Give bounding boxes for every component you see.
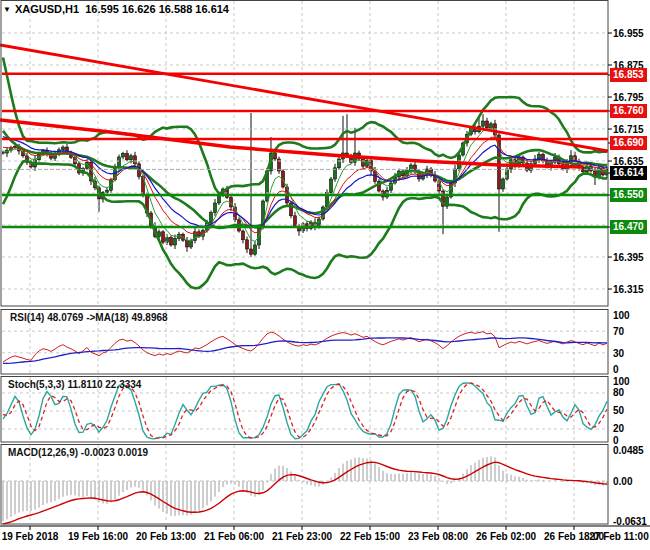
time-axis-label: 19 Feb 2018 xyxy=(2,531,59,542)
price-level-badge: 16.853 xyxy=(610,68,647,82)
stoch-axis-label: 80 xyxy=(613,387,624,398)
price-axis-label: 16.955 xyxy=(613,28,644,39)
rsi-axis-label: 30 xyxy=(613,348,624,359)
price-level-badge: 16.760 xyxy=(610,104,647,118)
rsi-axis-label: 100 xyxy=(613,310,630,321)
macd-signal-line xyxy=(3,462,607,524)
time-axis-label: 21 Feb 23:00 xyxy=(272,531,332,542)
stoch-axis-label: 50 xyxy=(613,405,624,416)
time-axis-label: 23 Feb 08:00 xyxy=(408,531,468,542)
mt4-chart-window: { "window": { "marker": "\u25BC", "symbo… xyxy=(0,0,650,550)
price-level-badge: 16.690 xyxy=(610,136,647,150)
price-level-badge: 16.550 xyxy=(610,188,647,202)
time-axis-label: 19 Feb 16:00 xyxy=(68,531,128,542)
time-axis-label: 27 Feb 11:00 xyxy=(589,531,648,542)
time-axis-label: 22 Feb 15:00 xyxy=(340,531,400,542)
macd-axis-label: 0.0485 xyxy=(613,445,644,456)
rsi-line xyxy=(3,332,607,362)
price-level-badge: 16.614 xyxy=(610,166,647,180)
price-axis-label: 16.395 xyxy=(613,252,644,263)
rsi-axis-label: 70 xyxy=(613,326,624,337)
chart-title: ▼XAGUSD,H1 16.595 16.626 16.588 16.614 xyxy=(3,3,229,15)
price-level-badge: 16.470 xyxy=(610,220,647,234)
macd-axis-label: -0.0631 xyxy=(613,516,647,527)
ohlc-readout: 16.595 16.626 16.588 16.614 xyxy=(85,3,229,15)
chart-plot-area[interactable] xyxy=(0,0,650,550)
rsi-indicator-label: RSI(14) 48.0769 ->MA(18) 49.8968 xyxy=(10,312,168,323)
macd-panel xyxy=(3,456,607,521)
bb-lower xyxy=(3,160,607,288)
stoch-axis-label: 100 xyxy=(613,376,630,387)
price-axis-label: 16.315 xyxy=(613,284,644,295)
macd-axis-label: 0.00 xyxy=(613,476,632,487)
price-axis-label: 16.795 xyxy=(613,92,644,103)
stoch-indicator-label: Stoch(5,3,3) 11.8110 22.3334 xyxy=(8,379,141,390)
macd-indicator-label: MACD(12,26,9) -0.0023 0.0019 xyxy=(8,447,148,458)
price-axis-label: 16.715 xyxy=(613,124,644,135)
chart-marker-icon: ▼ xyxy=(3,5,11,14)
rsi-axis-label: 0 xyxy=(613,364,619,375)
price-axis-label: 16.635 xyxy=(613,156,644,167)
rsi-ma-line xyxy=(3,338,607,364)
time-axis-label: 21 Feb 06:00 xyxy=(204,531,264,542)
time-axis-label: 26 Feb 02:00 xyxy=(476,531,536,542)
time-axis-label: 20 Feb 13:00 xyxy=(136,531,196,542)
stoch-axis-label: 20 xyxy=(613,423,624,434)
symbol-timeframe: XAGUSD,H1 xyxy=(15,3,79,15)
